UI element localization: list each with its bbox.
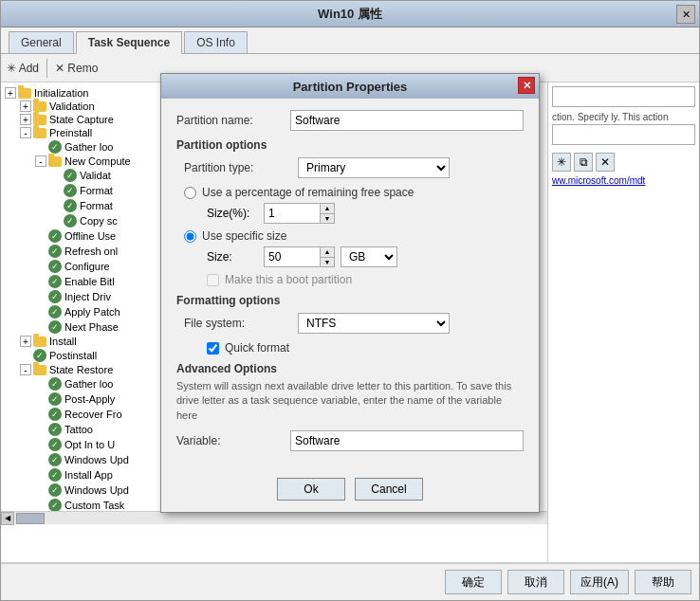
- dialog-close-button[interactable]: ✕: [518, 77, 535, 94]
- size-pct-up[interactable]: ▲: [321, 204, 334, 214]
- size-pct-input-wrap: ▲ ▼: [264, 203, 335, 224]
- dialog-title: Partition Properties: [293, 80, 408, 94]
- boot-partition-checkbox[interactable]: [207, 274, 219, 286]
- file-system-select[interactable]: NTFS FAT32 FAT: [298, 313, 450, 334]
- ok-button[interactable]: Ok: [277, 478, 345, 501]
- window-close-button[interactable]: ✕: [676, 5, 695, 24]
- content-area: ✳ Add ✕ Remo +Initialization+Validation+…: [1, 54, 699, 562]
- specific-size-label[interactable]: Use specific size: [202, 229, 286, 243]
- size-pct-label: Size(%):: [207, 207, 264, 220]
- apply-button[interactable]: 应用(A): [570, 570, 629, 594]
- status-bar: 确定 取消 应用(A) 帮助: [1, 562, 699, 600]
- modal-overlay: Partition Properties ✕ Partition name: P…: [1, 54, 699, 562]
- confirm-button[interactable]: 确定: [445, 570, 502, 594]
- boot-partition-row: Make this a boot partition: [207, 273, 524, 286]
- tab-task-sequence[interactable]: Task Sequence: [76, 31, 182, 54]
- dialog-buttons: Ok Cancel: [161, 470, 539, 512]
- partition-name-input[interactable]: [290, 110, 524, 131]
- size-pct-input[interactable]: [264, 203, 321, 224]
- dialog-body: Partition name: Partition options Partit…: [161, 99, 539, 470]
- partition-type-row: Partition type: Primary Extended Logical: [184, 157, 524, 178]
- title-bar: Win10 属性 ✕: [1, 1, 699, 27]
- main-window: Win10 属性 ✕ General Task Sequence OS Info…: [0, 0, 700, 601]
- boot-partition-label: Make this a boot partition: [225, 273, 352, 286]
- size-up[interactable]: ▲: [321, 247, 334, 258]
- radio-specific-row: Use specific size: [184, 229, 524, 243]
- size-spinner: ▲ ▼: [321, 246, 335, 267]
- formatting-options-title: Formatting options: [176, 294, 524, 307]
- partition-properties-dialog: Partition Properties ✕ Partition name: P…: [160, 73, 540, 513]
- size-value-row: Size: ▲ ▼ MB GB: [207, 246, 524, 267]
- size-unit-select[interactable]: MB GB: [341, 246, 397, 267]
- variable-label: Variable:: [176, 434, 290, 447]
- quick-format-row: Quick format: [207, 341, 524, 355]
- partition-type-select[interactable]: Primary Extended Logical: [298, 157, 450, 178]
- size-label: Size:: [207, 250, 264, 264]
- partition-name-row: Partition name:: [176, 110, 524, 131]
- advanced-options-title: Advanced Options: [176, 362, 524, 375]
- file-system-label: File system:: [184, 317, 298, 330]
- percentage-radio[interactable]: [184, 187, 196, 199]
- quick-format-label: Quick format: [225, 341, 289, 355]
- quick-format-checkbox[interactable]: [207, 342, 219, 355]
- cancel-button[interactable]: Cancel: [355, 478, 423, 501]
- partition-name-label: Partition name:: [176, 114, 290, 127]
- size-pct-row: Size(%): ▲ ▼: [207, 203, 524, 224]
- window-title: Win10 属性: [318, 6, 382, 23]
- tab-bar: General Task Sequence OS Info: [1, 27, 699, 54]
- dialog-title-bar: Partition Properties ✕: [161, 74, 539, 99]
- tab-os-info[interactable]: OS Info: [184, 31, 248, 53]
- size-pct-spinner: ▲ ▼: [321, 203, 335, 224]
- partition-options-group: Partition type: Primary Extended Logical…: [184, 157, 524, 286]
- advanced-options-section: Advanced Options System will assign next…: [176, 362, 524, 451]
- size-input[interactable]: [264, 246, 321, 267]
- size-pct-down[interactable]: ▼: [321, 214, 334, 224]
- partition-options-title: Partition options: [176, 138, 524, 152]
- partition-type-label: Partition type:: [184, 161, 298, 174]
- file-system-row: File system: NTFS FAT32 FAT: [184, 313, 524, 334]
- variable-row: Variable:: [176, 430, 524, 451]
- help-button[interactable]: 帮助: [635, 570, 691, 594]
- radio-percentage-row: Use a percentage of remaining free space: [184, 186, 524, 199]
- cancel-status-button[interactable]: 取消: [507, 570, 564, 594]
- percentage-label[interactable]: Use a percentage of remaining free space: [202, 186, 414, 199]
- advanced-desc: System will assign next available drive …: [176, 379, 524, 423]
- size-down[interactable]: ▼: [321, 258, 334, 267]
- variable-input[interactable]: [290, 430, 524, 451]
- tab-general[interactable]: General: [9, 31, 74, 53]
- size-input-wrap: ▲ ▼ MB GB: [264, 246, 397, 267]
- specific-size-radio[interactable]: [184, 230, 196, 243]
- formatting-options-group: File system: NTFS FAT32 FAT Quick format: [184, 313, 524, 355]
